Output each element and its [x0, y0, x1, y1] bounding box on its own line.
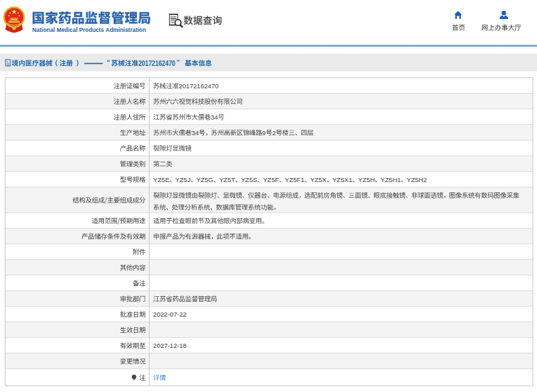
svg-text:YZ5T: YZ5T — [219, 176, 235, 183]
svg-text:YZ5X: YZ5X — [310, 176, 327, 183]
svg-text:YZ5H2: YZ5H2 — [406, 176, 427, 183]
svg-text:34: 34 — [211, 113, 218, 121]
svg-text:9: 9 — [262, 129, 266, 137]
svg-text:YZ5F1: YZ5F1 — [285, 176, 305, 183]
svg-text:34: 34 — [192, 129, 199, 137]
svg-text:National Medical Products Admi: National Medical Products Administration — [33, 26, 146, 33]
svg-text:20172162470: 20172162470 — [179, 82, 219, 90]
svg-text:YZ5G: YZ5G — [196, 176, 213, 183]
svg-text:2: 2 — [272, 129, 275, 137]
svg-text:YZ5H1: YZ5H1 — [381, 176, 401, 183]
svg-text:YZ5F: YZ5F — [263, 176, 279, 183]
svg-text:YZ5J: YZ5J — [175, 176, 191, 183]
svg-text:YZ5H: YZ5H — [358, 176, 375, 183]
svg-text:20172162470: 20172162470 — [139, 60, 175, 67]
svg-text:2027-12-18: 2027-12-18 — [153, 342, 186, 349]
svg-text:YZ5S: YZ5S — [241, 176, 257, 183]
svg-text:YZ5X1: YZ5X1 — [332, 176, 352, 183]
svg-text:YZ5E: YZ5E — [153, 176, 169, 183]
svg-text:2022-07-22: 2022-07-22 — [153, 310, 186, 318]
